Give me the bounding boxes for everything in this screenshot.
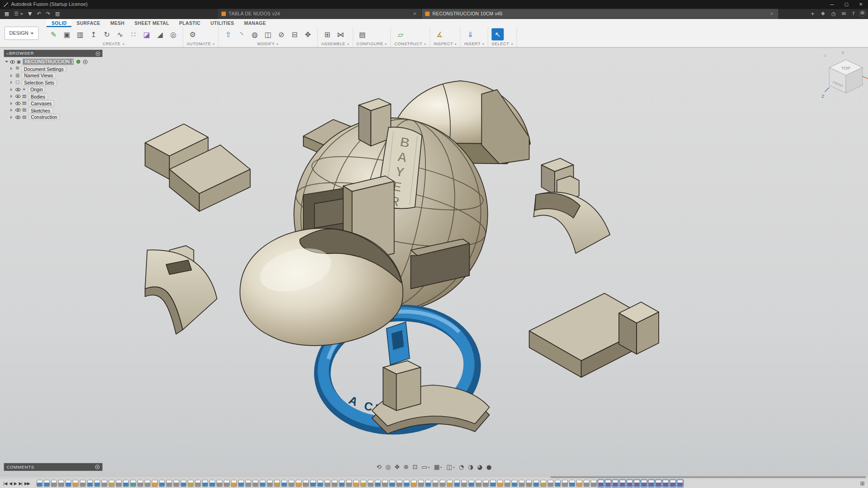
timeline-feature-feature[interactable] bbox=[482, 480, 488, 487]
browser-row[interactable]: ▢ Selection Sets bbox=[4, 79, 103, 86]
timeline-feature-move[interactable] bbox=[662, 480, 668, 487]
timeline-feature-sketch[interactable] bbox=[425, 480, 431, 487]
timeline-feature-sketch[interactable] bbox=[180, 480, 186, 487]
expand-caret-icon[interactable] bbox=[10, 108, 14, 112]
timeline-feature-sketch[interactable] bbox=[94, 480, 100, 487]
timeline-feature-feature[interactable] bbox=[267, 480, 273, 487]
shaded-view-icon[interactable]: ◔ bbox=[459, 464, 464, 470]
shell-icon[interactable]: ◍ bbox=[249, 28, 261, 40]
timeline-feature-feature[interactable] bbox=[504, 480, 510, 487]
browser-row-label[interactable]: Canvases bbox=[28, 100, 55, 106]
timeline-feature-pattern[interactable] bbox=[130, 480, 136, 487]
undo-icon[interactable]: ↶ bbox=[37, 11, 41, 16]
tab-close-icon[interactable] bbox=[769, 11, 775, 16]
timeline-feature-sketch[interactable] bbox=[569, 480, 575, 487]
timeline-feature-feature[interactable] bbox=[526, 480, 532, 487]
timeline-feature-move[interactable] bbox=[655, 480, 661, 487]
grid-settings-icon[interactable]: ▦ bbox=[434, 464, 443, 470]
browser-row-label[interactable]: Construction bbox=[28, 114, 60, 120]
browser-row-label[interactable]: Selection Sets bbox=[21, 80, 57, 85]
user-avatar[interactable] bbox=[859, 10, 866, 17]
redo-icon[interactable]: ↷ bbox=[46, 11, 50, 16]
timeline-feature-sketch[interactable] bbox=[389, 480, 395, 487]
timeline-scroll-thumb[interactable] bbox=[550, 476, 866, 478]
visibility-eye-icon[interactable] bbox=[10, 60, 15, 63]
timeline-feature-sketch[interactable] bbox=[209, 480, 215, 487]
timeline-feature-feature[interactable] bbox=[101, 480, 107, 487]
group-label-modify[interactable]: MODIFY bbox=[222, 42, 314, 47]
timeline-feature-feature[interactable] bbox=[195, 480, 201, 487]
effects-icon[interactable]: ● bbox=[486, 464, 492, 470]
orbit-icon[interactable]: ⟲ bbox=[377, 464, 382, 470]
timeline-feature-sketch[interactable] bbox=[339, 480, 344, 487]
extensions-icon[interactable]: ❖ bbox=[821, 11, 826, 16]
go-to-start-button[interactable]: |◀ bbox=[3, 481, 7, 486]
timeline-feature-feature[interactable] bbox=[80, 480, 85, 487]
timeline-feature-feature[interactable] bbox=[590, 480, 596, 487]
timeline-feature-move[interactable] bbox=[677, 480, 683, 487]
expand-caret-icon[interactable] bbox=[10, 95, 14, 98]
browser-root-row[interactable]: ▣ RECONSTRUCCION 10CM... bbox=[4, 58, 103, 66]
help-icon[interactable]: ? bbox=[852, 11, 855, 16]
timeline-feature-combine[interactable] bbox=[360, 480, 366, 487]
select-icon[interactable]: ↖ bbox=[492, 28, 504, 40]
timeline-feature-sketch[interactable] bbox=[123, 480, 128, 487]
timeline-feature-fillet[interactable] bbox=[231, 480, 236, 487]
timeline-feature-feature[interactable] bbox=[382, 480, 388, 487]
group-label-assemble[interactable]: ASSEMBLE bbox=[321, 42, 349, 47]
visibility-eye-icon[interactable] bbox=[15, 108, 20, 112]
document-tab-tabla[interactable]: TABLA DE NUDOS v24 bbox=[218, 9, 422, 19]
timeline-feature-sketch[interactable] bbox=[87, 480, 93, 487]
timeline-feature-feature[interactable] bbox=[137, 480, 143, 487]
save-icon[interactable]: ▼ bbox=[28, 11, 32, 16]
recent-files-icon[interactable]: ▥ bbox=[55, 11, 60, 16]
wireframe-view-icon[interactable]: ◑ bbox=[468, 464, 473, 470]
construction-plane-icon[interactable]: ▱ bbox=[394, 28, 406, 40]
component-color-swatch-icon[interactable] bbox=[76, 60, 80, 64]
timeline-feature-move[interactable] bbox=[605, 480, 611, 487]
timeline-feature-sketch[interactable] bbox=[65, 480, 71, 487]
ground-plane-icon[interactable]: ◕ bbox=[477, 464, 482, 470]
timeline-scrollbar[interactable] bbox=[0, 476, 868, 479]
body-left-wedge[interactable] bbox=[145, 246, 217, 334]
body-bottom-dome[interactable] bbox=[240, 228, 403, 346]
tab-close-icon[interactable] bbox=[411, 11, 418, 16]
app-grid-icon[interactable]: ▦ bbox=[5, 11, 9, 16]
align-icon[interactable]: ⊟ bbox=[288, 28, 301, 40]
timeline-feature-feature[interactable] bbox=[346, 480, 352, 487]
timeline-feature-sketch[interactable] bbox=[36, 480, 42, 487]
measure-icon[interactable]: ∡ bbox=[434, 28, 446, 40]
timeline-feature-feature[interactable] bbox=[561, 480, 567, 487]
timeline-feature-fillet[interactable] bbox=[353, 480, 359, 487]
revolve-icon[interactable]: ↻ bbox=[101, 28, 113, 40]
timeline-feature-fillet[interactable] bbox=[497, 480, 503, 487]
box-primitive-icon[interactable]: ▣ bbox=[61, 28, 73, 40]
chamfer-icon[interactable]: ◢ bbox=[154, 28, 166, 40]
step-back-button[interactable]: ◀ bbox=[9, 481, 12, 486]
visibility-eye-icon[interactable] bbox=[15, 116, 20, 119]
browser-row-label[interactable]: Bodies bbox=[28, 94, 48, 99]
browser-row[interactable]: ⚙ Document Settings bbox=[4, 65, 103, 72]
group-label-create[interactable]: CREATE bbox=[47, 42, 179, 47]
timeline-feature-move[interactable] bbox=[634, 480, 640, 487]
timeline-feature-feature[interactable] bbox=[396, 480, 402, 487]
timeline-feature-combine[interactable] bbox=[540, 480, 546, 487]
window-close-button[interactable]: ✕ bbox=[854, 0, 868, 9]
browser-row[interactable]: ▤ Bodies bbox=[4, 93, 103, 100]
combine-icon[interactable]: ◫ bbox=[262, 28, 274, 40]
viewport-canvas[interactable]: BAYER bbox=[0, 47, 868, 476]
browser-row-label[interactable]: Document Settings bbox=[21, 66, 66, 71]
play-button[interactable]: ▶ bbox=[14, 481, 17, 486]
cylinder-primitive-icon[interactable]: ▥ bbox=[74, 28, 86, 40]
pan-icon[interactable]: ✥ bbox=[395, 464, 400, 470]
visibility-eye-icon[interactable] bbox=[15, 102, 20, 105]
window-minimize-button[interactable]: — bbox=[825, 0, 839, 9]
zoom-icon[interactable]: ⊕ bbox=[404, 464, 409, 470]
fit-icon[interactable]: ⊡ bbox=[412, 464, 417, 470]
timeline-feature-move[interactable] bbox=[641, 480, 647, 487]
timeline-feature-feature[interactable] bbox=[173, 480, 179, 487]
browser-row[interactable]: ▤ Sketches bbox=[4, 107, 103, 113]
timeline-feature-feature[interactable] bbox=[166, 480, 172, 487]
timeline-feature-sketch[interactable] bbox=[468, 480, 474, 487]
timeline-feature-sketch[interactable] bbox=[317, 480, 323, 487]
